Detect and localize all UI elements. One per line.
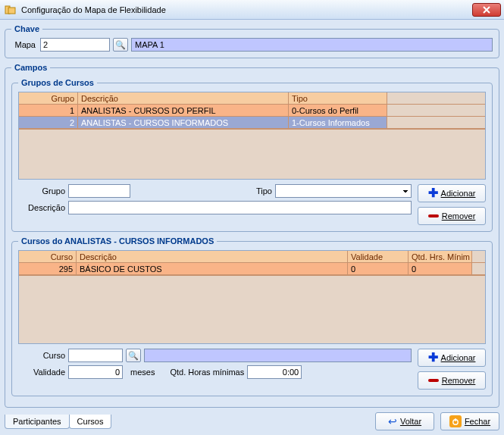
- col-descricao: Descrição: [77, 251, 348, 263]
- power-icon: [449, 415, 462, 427]
- window-icon: [5, 4, 17, 16]
- col-curso: Curso: [19, 251, 77, 263]
- table-row[interactable]: 2 ANALISTAS - CURSOS INFORMADOS 1-Cursos…: [19, 117, 485, 129]
- grupos-header: Grupo Descrição Tipo: [19, 92, 485, 105]
- grupos-empty-area: [19, 129, 485, 179]
- grupo-input[interactable]: [68, 184, 130, 198]
- validade-input[interactable]: [68, 365, 123, 379]
- minus-icon: [428, 214, 439, 218]
- col-tipo: Tipo: [289, 92, 387, 105]
- window-titlebar: Configuração do Mapa de Flexibilidade: [0, 0, 504, 20]
- table-row[interactable]: 295 BÁSICO DE CUSTOS 0 0: [19, 263, 485, 275]
- cursos-legend: Cursos do ANALISTAS - CURSOS INFORMADOS: [18, 236, 217, 246]
- grupos-grid: Grupo Descrição Tipo 1 ANALISTAS - CURSO…: [18, 92, 486, 180]
- curso-name-display: [144, 349, 412, 362]
- back-icon: ↩: [388, 415, 397, 427]
- cursos-fieldset: Cursos do ANALISTAS - CURSOS INFORMADOS …: [11, 236, 493, 396]
- close-button[interactable]: [472, 3, 501, 17]
- mapa-label: Mapa: [11, 40, 37, 49]
- col-validade: Validade: [348, 251, 409, 263]
- qtd-label: Qtd. Horas mínimas: [170, 368, 244, 377]
- col-descricao: Descrição: [78, 92, 289, 105]
- descricao-label: Descrição: [18, 203, 65, 212]
- descricao-input[interactable]: [68, 201, 412, 214]
- svg-rect-1: [8, 8, 15, 14]
- window-title: Configuração do Mapa de Flexibilidade: [21, 5, 472, 14]
- fechar-button[interactable]: Fechar: [440, 412, 499, 430]
- minus-icon: [428, 379, 439, 382]
- tab-participantes[interactable]: Participantes: [5, 415, 70, 429]
- search-icon: 🔍: [115, 40, 126, 50]
- col-grupo: Grupo: [19, 92, 78, 105]
- cursos-header: Curso Descrição Validade Qtd. Hrs. Mínim: [19, 251, 485, 263]
- campos-legend: Campos: [11, 63, 50, 72]
- voltar-button[interactable]: ↩ Voltar: [375, 412, 434, 430]
- search-icon: 🔍: [128, 351, 139, 361]
- qtd-input[interactable]: [247, 365, 302, 379]
- tab-cursos[interactable]: Cursos: [69, 415, 112, 429]
- tipo-select[interactable]: [275, 184, 412, 198]
- grupos-remove-button[interactable]: Remover: [418, 207, 486, 225]
- cursos-empty-area: [19, 275, 485, 343]
- chave-fieldset: Chave Mapa 🔍 MAPA 1: [5, 24, 499, 58]
- curso-input[interactable]: [68, 349, 123, 362]
- grupo-label: Grupo: [18, 186, 65, 196]
- table-row[interactable]: 1 ANALISTAS - CURSOS DO PERFIL 0-Cursos …: [19, 105, 485, 117]
- close-icon: [483, 6, 490, 14]
- tipo-label: Tipo: [225, 186, 272, 196]
- col-qtd: Qtd. Hrs. Mínim: [409, 251, 472, 263]
- mapa-name-display: MAPA 1: [131, 38, 493, 52]
- curso-label: Curso: [18, 351, 65, 360]
- validade-unit: meses: [126, 368, 159, 377]
- chave-legend: Chave: [11, 24, 42, 33]
- validade-label: Validade: [18, 368, 65, 377]
- curso-lookup-button[interactable]: 🔍: [126, 349, 141, 362]
- cursos-grid: Curso Descrição Validade Qtd. Hrs. Mínim…: [18, 250, 486, 344]
- grupos-legend: Grupos de Cursos: [18, 78, 97, 87]
- mapa-lookup-button[interactable]: 🔍: [113, 38, 128, 52]
- cursos-add-button[interactable]: ✚ Adicionar: [418, 349, 486, 367]
- grupos-fieldset: Grupos de Cursos Grupo Descrição Tipo 1 …: [11, 78, 493, 232]
- grupos-add-button[interactable]: ✚ Adicionar: [418, 184, 486, 202]
- campos-fieldset: Campos Grupos de Cursos Grupo Descrição …: [5, 63, 499, 408]
- mapa-input[interactable]: [40, 38, 110, 52]
- cursos-remove-button[interactable]: Remover: [418, 371, 486, 390]
